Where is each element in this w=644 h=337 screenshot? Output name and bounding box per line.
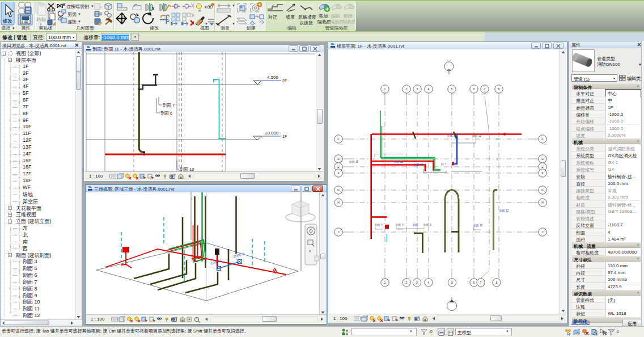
svg-text:剖面 12: 剖面 12 xyxy=(499,209,509,213)
svg-text:F: F xyxy=(541,171,543,175)
svg-text:H: H xyxy=(541,201,544,204)
svg-text:4: 4 xyxy=(428,87,430,91)
svg-text:对正: 对正 xyxy=(268,15,277,20)
svg-text:剖面 11: 剖面 11 xyxy=(447,134,456,138)
svg-text:剖面 15: 剖面 15 xyxy=(349,160,359,164)
svg-text:C: C xyxy=(541,137,544,141)
svg-text:▼: ▼ xyxy=(78,20,81,23)
svg-text:剖面: 剖面 xyxy=(413,223,418,227)
svg-text:坡度: 坡度 xyxy=(285,15,295,20)
svg-text:1F: 1F xyxy=(282,134,287,138)
svg-text:7: 7 xyxy=(480,281,482,284)
svg-text:4.500: 4.500 xyxy=(267,75,279,80)
svg-text:隔热层: 隔热层 xyxy=(330,19,344,24)
svg-text:±0.000: ±0.000 xyxy=(265,130,279,136)
svg-text:▼: ▼ xyxy=(91,5,94,8)
svg-text:▾: ▾ xyxy=(309,249,311,253)
svg-text:3: 3 xyxy=(417,87,418,91)
svg-text:剖面 3: 剖面 3 xyxy=(423,223,431,227)
svg-text:连接: 连接 xyxy=(67,19,77,24)
svg-text:1: 1 xyxy=(384,87,386,91)
svg-text:剖面 12: 剖面 12 xyxy=(394,160,404,164)
svg-text:剖面 7: 剖面 7 xyxy=(163,103,175,108)
svg-text:H: H xyxy=(337,201,340,204)
svg-text:4: 4 xyxy=(428,281,430,284)
svg-text:7: 7 xyxy=(484,87,486,91)
svg-text:M: M xyxy=(143,153,145,157)
svg-text:忽略坡度: 忽略坡度 xyxy=(298,15,316,20)
svg-text:隔热层: 隔热层 xyxy=(317,19,331,24)
svg-text:连接端切割: 连接端切割 xyxy=(66,4,89,9)
svg-text:D: D xyxy=(541,157,544,161)
svg-text:2: 2 xyxy=(406,87,408,91)
svg-text:▼: ▼ xyxy=(78,12,81,16)
svg-text:8: 8 xyxy=(496,281,498,284)
svg-text:6: 6 xyxy=(473,87,475,91)
svg-text:剖面 16: 剖面 16 xyxy=(473,224,483,228)
svg-text:剪切: 剪切 xyxy=(67,12,77,17)
svg-text:G: G xyxy=(541,188,544,192)
svg-text:粘贴: 粘贴 xyxy=(36,16,46,22)
svg-text:删除: 删除 xyxy=(344,14,353,19)
svg-text:5: 5 xyxy=(451,87,453,91)
svg-text:剖面 13: 剖面 13 xyxy=(414,163,423,167)
svg-text:-1060.0: -1060.0 xyxy=(232,252,245,259)
svg-text:剖面 4: 剖面 4 xyxy=(375,223,383,227)
svg-text:5: 5 xyxy=(451,281,453,284)
svg-text:隔热层: 隔热层 xyxy=(342,19,355,24)
svg-text:剖面 6: 剖面 6 xyxy=(160,111,172,116)
svg-text:D: D xyxy=(337,157,340,161)
svg-text:2: 2 xyxy=(406,281,408,284)
svg-text:6: 6 xyxy=(473,281,475,284)
svg-text:3: 3 xyxy=(416,281,418,284)
svg-text:2F: 2F xyxy=(282,79,287,83)
svg-text:添加: 添加 xyxy=(319,14,328,19)
svg-text:1: 1 xyxy=(384,281,386,284)
svg-text:C: C xyxy=(337,137,340,141)
svg-text:8: 8 xyxy=(498,87,500,91)
svg-text:F: F xyxy=(337,171,339,175)
svg-text:剖面 4: 剖面 4 xyxy=(396,223,404,227)
svg-text:编辑: 编辑 xyxy=(331,14,340,19)
svg-text:剖 7: 剖 7 xyxy=(441,162,446,166)
svg-text:剖面 11: 剖面 11 xyxy=(472,134,481,138)
svg-text:G: G xyxy=(337,188,340,192)
svg-text:修改: 修改 xyxy=(3,18,13,24)
